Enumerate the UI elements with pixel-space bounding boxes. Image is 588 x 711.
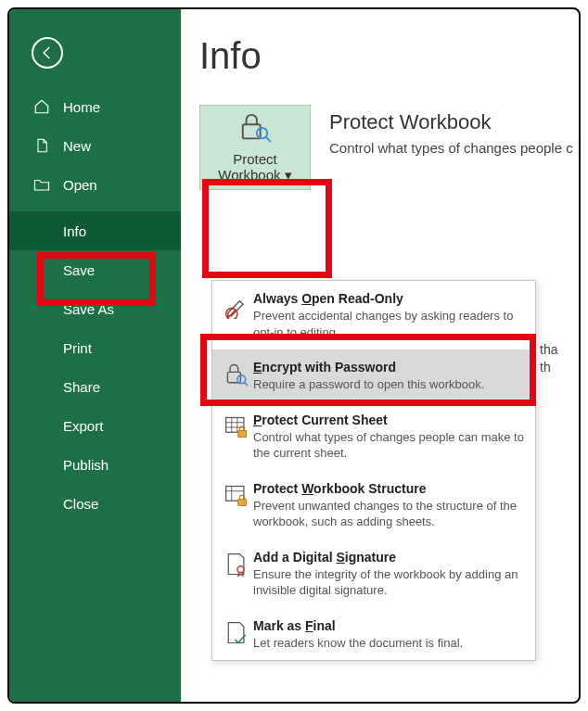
sidebar-item-info[interactable]: Info: [9, 211, 181, 250]
menu-item-title: Mark as Final: [253, 618, 526, 633]
menu-item-title: Add a Digital Signature: [253, 550, 526, 565]
blank-icon: [33, 222, 50, 239]
open-icon: [33, 176, 50, 193]
new-icon: [33, 137, 50, 154]
menu-item-desc: Control what types of changes people can…: [253, 429, 526, 462]
lock-key-icon: [220, 360, 253, 393]
menu-item-desc: Ensure the integrity of the workbook by …: [253, 566, 526, 599]
home-icon: [33, 98, 50, 115]
sidebar-item-new[interactable]: New: [9, 126, 181, 165]
protect-description: Control what types of changes people c: [329, 140, 573, 156]
sidebar-item-label: New: [63, 138, 91, 154]
sidebar-item-print[interactable]: Print: [9, 328, 181, 367]
menu-item-encrypt-password[interactable]: Encrypt with Password Require a password…: [212, 349, 535, 402]
menu-item-digital-signature[interactable]: Add a Digital Signature Ensure the integ…: [212, 540, 535, 608]
sidebar-item-label: Share: [63, 379, 100, 395]
svg-point-18: [237, 566, 244, 573]
sidebar-item-save-as[interactable]: Save As: [9, 289, 181, 328]
menu-item-title: Always Open Read-Only: [253, 291, 526, 306]
menu-item-title: Protect Workbook Structure: [253, 481, 526, 496]
svg-rect-14: [226, 486, 244, 501]
menu-item-mark-final[interactable]: Mark as Final Let readers know the docum…: [212, 608, 535, 661]
menu-item-desc: Prevent unwanted changes to the structur…: [253, 498, 526, 530]
sidebar-item-label: Export: [63, 418, 103, 434]
menu-item-desc: Require a password to open this workbook…: [253, 376, 526, 393]
menu-item-desc: Prevent accidental changes by asking rea…: [253, 308, 526, 340]
chevron-down-icon: ▾: [285, 167, 292, 183]
sidebar-item-save[interactable]: Save: [9, 250, 181, 289]
sidebar-item-label: Home: [63, 99, 100, 115]
menu-item-desc: Let readers know the document is final.: [253, 635, 526, 652]
sidebar-item-label: Publish: [63, 457, 109, 473]
pencil-no-icon: [220, 291, 253, 340]
protect-workbook-button[interactable]: Protect Workbook ▾: [199, 105, 311, 190]
protect-heading: Protect Workbook: [329, 110, 573, 134]
svg-line-2: [265, 136, 271, 142]
workbook-lock-icon: [220, 481, 253, 530]
sidebar-item-export[interactable]: Export: [9, 406, 181, 445]
sidebar-item-publish[interactable]: Publish: [9, 445, 181, 484]
menu-item-protect-sheet[interactable]: Protect Current Sheet Control what types…: [212, 402, 535, 471]
lock-key-icon: [237, 112, 273, 147]
protect-workbook-menu: Always Open Read-Only Prevent accidental…: [211, 280, 536, 661]
sidebar-item-label: Print: [63, 340, 92, 356]
svg-rect-8: [226, 417, 244, 432]
menu-item-protect-structure[interactable]: Protect Workbook Structure Prevent unwan…: [212, 471, 535, 540]
sidebar-item-label: Info: [63, 223, 86, 239]
sidebar-item-share[interactable]: Share: [9, 367, 181, 406]
sheet-lock-icon: [220, 413, 253, 462]
menu-item-read-only[interactable]: Always Open Read-Only Prevent accidental…: [212, 281, 535, 349]
back-button[interactable]: [32, 37, 63, 69]
svg-rect-17: [238, 499, 247, 505]
sidebar-item-label: Save: [63, 262, 95, 278]
certificate-icon: [220, 550, 253, 599]
svg-line-7: [244, 382, 248, 386]
sidebar-item-home[interactable]: Home: [9, 87, 181, 126]
menu-item-title: Encrypt with Password: [253, 360, 526, 375]
sidebar-item-label: Save As: [63, 301, 114, 317]
page-check-icon: [220, 618, 253, 652]
sidebar-item-close[interactable]: Close: [9, 484, 181, 523]
backstage-sidebar: Home New Open Info Save Save As: [9, 9, 181, 702]
protect-button-label: Protect Workbook ▾: [200, 151, 310, 184]
svg-rect-13: [238, 430, 247, 437]
sidebar-item-label: Open: [63, 177, 97, 193]
sidebar-item-label: Close: [63, 496, 98, 512]
sidebar-item-open[interactable]: Open: [9, 165, 181, 204]
page-title: Info: [199, 35, 579, 77]
side-clipped-text: tha th: [540, 341, 557, 376]
menu-item-title: Protect Current Sheet: [253, 413, 526, 427]
